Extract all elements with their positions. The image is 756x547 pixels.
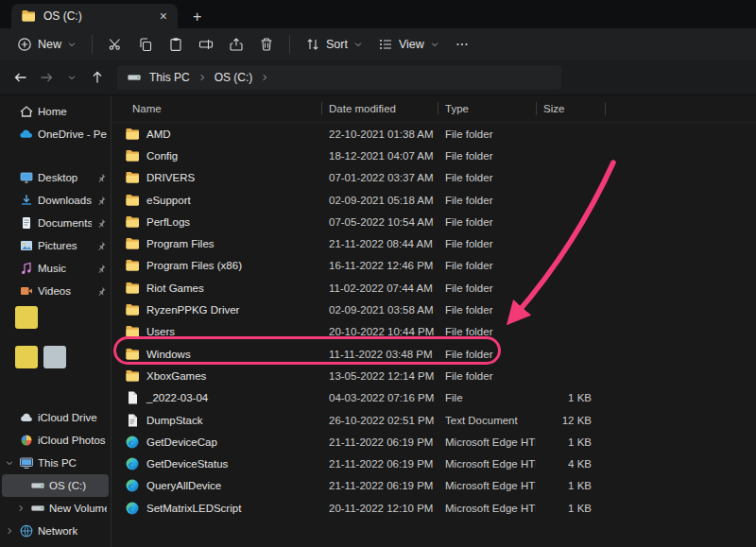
file-type: File folder — [438, 282, 536, 294]
column-header-date-modified[interactable]: Date modified — [321, 103, 438, 114]
rename-button[interactable] — [191, 32, 221, 57]
breadcrumb-item[interactable]: OS (C:) — [211, 69, 257, 86]
forward-arrow-icon — [39, 70, 54, 85]
cut-button[interactable] — [100, 32, 130, 57]
file-size: 1 KB — [536, 480, 605, 491]
breadcrumb[interactable]: This PCOS (C:) — [117, 65, 561, 90]
delete-button[interactable] — [251, 32, 282, 57]
sidebar-item-icloud-photos[interactable]: iCloud Photos — [2, 429, 109, 452]
file-row[interactable]: SetMatrixLEDScript20-11-2022 12:10 PMMic… — [112, 497, 756, 519]
file-row[interactable]: Program Files21-11-2022 08:44 AMFile fol… — [112, 232, 756, 254]
column-divider[interactable] — [536, 102, 537, 115]
sort-button-label: Sort — [326, 38, 348, 51]
view-button[interactable]: View — [370, 32, 447, 57]
file-name-cell: _2022-03-04 — [112, 390, 321, 405]
sidebar-item-label: New Volume (D:) — [49, 503, 107, 514]
column-header-type[interactable]: Type — [438, 103, 536, 114]
file-type: File folder — [438, 370, 536, 382]
plus-circle-icon — [17, 37, 32, 52]
chevron-right-icon[interactable] — [260, 73, 269, 82]
file-row[interactable]: eSupport02-09-2021 05:18 AMFile folder — [112, 189, 756, 211]
chevron-right-icon[interactable] — [198, 73, 207, 82]
sidebar-item-network[interactable]: Network — [2, 520, 109, 542]
file-row[interactable]: Program Files (x86)16-11-2022 12:46 PMFi… — [112, 255, 756, 277]
file-row[interactable]: PerfLogs07-05-2022 10:54 AMFile folder — [112, 211, 756, 232]
chevron-slot — [4, 106, 15, 117]
sidebar-item-desktop[interactable]: Desktop — [2, 166, 109, 189]
forward-button[interactable] — [33, 65, 59, 90]
sidebar-item-home[interactable]: Home — [2, 100, 109, 123]
toolbar-divider — [92, 35, 93, 54]
back-button[interactable] — [8, 65, 33, 90]
folder-icon — [125, 148, 140, 163]
column-header-size[interactable]: Size — [536, 103, 605, 114]
sidebar-item-onedrive-personal[interactable]: OneDrive - Personal — [2, 123, 109, 145]
trash-icon — [259, 37, 274, 52]
file-name: Riot Games — [146, 282, 204, 294]
file-row[interactable]: GetDeviceCap21-11-2022 06:19 PMMicrosoft… — [112, 431, 756, 453]
copy-button[interactable] — [130, 32, 161, 57]
new-button[interactable]: New — [9, 32, 84, 57]
paste-button[interactable] — [161, 32, 191, 57]
file-date-modified: 11-02-2022 07:44 AM — [321, 282, 438, 294]
file-row[interactable]: GetDeviceStatus21-11-2022 06:19 PMMicros… — [112, 453, 756, 474]
share-button[interactable] — [221, 32, 251, 57]
column-divider[interactable] — [321, 102, 322, 115]
folder-thumbnail[interactable] — [43, 346, 66, 368]
breadcrumb-item[interactable]: This PC — [146, 69, 194, 86]
folder-thumbnail[interactable] — [15, 346, 38, 368]
column-divider[interactable] — [605, 102, 606, 115]
sidebar-item-label: Documents — [38, 217, 92, 229]
file-row[interactable]: RyzenPPKG Driver02-09-2021 03:58 AMFile … — [112, 299, 756, 320]
column-divider[interactable] — [438, 102, 438, 115]
column-header-name[interactable]: Name — [112, 103, 321, 114]
sidebar-item-downloads[interactable]: Downloads — [2, 189, 109, 212]
sidebar-item-music[interactable]: Music — [2, 257, 109, 280]
folder-icon — [125, 324, 140, 339]
sidebar-item-pictures[interactable]: Pictures — [2, 234, 109, 257]
chevron-down-icon[interactable] — [4, 457, 15, 469]
folder-icon — [125, 236, 140, 251]
file-row[interactable]: Config18-12-2021 04:07 AMFile folder — [112, 145, 756, 166]
sort-button[interactable]: Sort — [298, 32, 370, 57]
recent-locations-button[interactable] — [59, 65, 84, 90]
explorer-tab[interactable]: OS (C:) × — [11, 4, 178, 28]
file-name-cell: Riot Games — [112, 281, 321, 296]
file-row[interactable]: XboxGames13-05-2022 12:14 PMFile folder — [112, 365, 756, 386]
chevron-right-icon[interactable] — [15, 503, 26, 514]
chevron-down-icon — [430, 40, 439, 49]
folder-thumbnail[interactable] — [15, 306, 38, 329]
chevron-down-icon — [67, 73, 77, 82]
chevron-right-icon[interactable] — [4, 525, 15, 537]
sidebar-item-documents[interactable]: Documents — [2, 212, 109, 234]
more-options-button[interactable] — [447, 32, 477, 57]
file-row[interactable]: _2022-03-0404-03-2022 07:16 PMFile1 KB — [112, 387, 756, 409]
file-name: DumpStack — [146, 415, 202, 426]
new-tab-button[interactable]: + — [187, 9, 207, 25]
chevron-down-icon — [67, 40, 77, 49]
file-row[interactable]: Windows11-11-2022 03:48 PMFile folder — [112, 343, 756, 365]
file-type: Microsoft Edge HTM... — [438, 436, 536, 448]
chevron-slot — [4, 435, 15, 446]
file-row[interactable]: Riot Games11-02-2022 07:44 AMFile folder — [112, 277, 756, 299]
chevron-slot — [15, 480, 26, 491]
chevron-slot — [4, 263, 15, 274]
drive-icon — [127, 70, 142, 85]
sidebar-item-new-volume-d[interactable]: New Volume (D:) — [2, 497, 109, 520]
file-row[interactable]: QueryAllDevice21-11-2022 06:19 PMMicroso… — [112, 475, 756, 497]
folder-icon — [125, 258, 140, 273]
file-row[interactable]: DumpStack26-10-2022 02:51 PMText Documen… — [112, 409, 756, 431]
file-row[interactable]: AMD22-10-2021 01:38 AMFile folder — [112, 123, 756, 145]
file-name-cell: RyzenPPKG Driver — [112, 302, 321, 317]
file-row[interactable]: Users20-10-2022 10:44 PMFile folder — [112, 321, 756, 343]
sidebar-item-this-pc[interactable]: This PC — [2, 452, 109, 474]
sidebar-item-videos[interactable]: Videos — [2, 280, 109, 302]
drive-icon — [30, 478, 45, 493]
up-button[interactable] — [84, 65, 110, 90]
sidebar-item-os-c[interactable]: OS (C:) — [2, 474, 109, 497]
pc-icon — [19, 455, 34, 470]
folder-icon — [125, 368, 140, 384]
sidebar-item-icloud-drive[interactable]: iCloud Drive — [2, 406, 109, 429]
file-row[interactable]: DRIVERS07-01-2022 03:37 AMFile folder — [112, 167, 756, 189]
tab-close-button[interactable]: × — [155, 9, 172, 24]
